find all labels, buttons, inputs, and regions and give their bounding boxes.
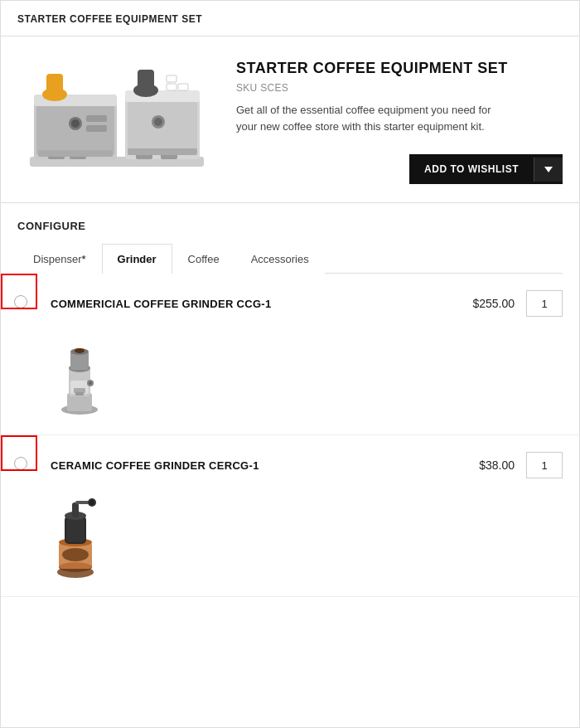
product-qty-cercg1[interactable]: [526, 452, 563, 478]
product-price-cercg1: $38.00: [479, 459, 515, 472]
page-wrapper: STARTER COFFEE EQUIPMENT SET: [1, 1, 579, 597]
product-content-cercg1: CERAMIC COFFEE GRINDER CERCG-1 $38.00: [42, 452, 563, 580]
hero-sku: SKU SCES: [236, 82, 563, 94]
hero-actions: ADD TO WISHLIST: [236, 154, 563, 184]
commercial-grinder-svg: [51, 335, 109, 418]
hero-description: Get all of the essential coffee equipmen…: [236, 102, 501, 134]
tab-dispenser[interactable]: Dispenser*: [17, 244, 102, 274]
svg-rect-23: [167, 84, 176, 90]
svg-point-22: [154, 118, 162, 126]
product-image-cercg1: [51, 488, 133, 580]
product-name-ccg1: COMMERICIAL COFFEE GRINDER CCG-1: [51, 298, 271, 310]
svg-rect-17: [128, 148, 197, 155]
product-radio-ccg1[interactable]: [14, 295, 27, 308]
hero-section: STARTER COFFEE EQUIPMENT SET SKU SCES Ge…: [1, 36, 579, 203]
configure-section: CONFIGURE Dispenser* Grinder Coffee Acce…: [1, 203, 579, 274]
tab-grinder[interactable]: Grinder: [102, 244, 172, 274]
product-image-ccg1: [51, 327, 133, 418]
hero-product-image: [17, 53, 216, 186]
tab-dispenser-asterisk: *: [82, 253, 86, 265]
svg-point-10: [71, 119, 80, 128]
page-header-title: STARTER COFFEE EQUIPMENT SET: [17, 13, 202, 25]
svg-point-33: [75, 348, 85, 353]
product-list: COMMERICIAL COFFEE GRINDER CCG-1 $255.00: [1, 274, 579, 597]
chevron-down-icon: [544, 167, 553, 172]
product-radio-cercg1[interactable]: [14, 457, 27, 470]
tab-accessories[interactable]: Accessories: [235, 244, 325, 274]
product-price-qty-cercg1: $38.00: [479, 452, 563, 478]
product-qty-ccg1[interactable]: [526, 290, 563, 317]
product-price-ccg1: $255.00: [472, 297, 515, 310]
svg-point-37: [89, 381, 92, 385]
configure-label: CONFIGURE: [17, 220, 563, 232]
svg-rect-24: [178, 84, 188, 90]
select-col-2: [1, 452, 42, 470]
svg-point-42: [62, 548, 89, 561]
page-header: STARTER COFFEE EQUIPMENT SET: [1, 1, 579, 36]
product-title-row-ccg1: COMMERICIAL COFFEE GRINDER CCG-1 $255.00: [51, 290, 563, 317]
svg-rect-14: [128, 101, 197, 155]
product-title-row-cercg1: CERAMIC COFFEE GRINDER CERCG-1 $38.00: [51, 452, 563, 478]
product-row: COMMERICIAL COFFEE GRINDER CCG-1 $255.00: [1, 274, 579, 435]
hero-info: STARTER COFFEE EQUIPMENT SET SKU SCES Ge…: [236, 53, 563, 184]
svg-rect-12: [86, 125, 107, 132]
add-to-wishlist-label: ADD TO WISHLIST: [409, 154, 534, 184]
ceramic-grinder-svg: [51, 493, 100, 580]
tab-coffee-label: Coffee: [188, 253, 220, 265]
svg-rect-44: [66, 517, 85, 542]
svg-rect-25: [167, 75, 176, 82]
svg-rect-5: [38, 150, 113, 157]
wishlist-dropdown-arrow[interactable]: [534, 158, 563, 182]
coffee-machine-svg: [22, 57, 212, 182]
tab-grinder-label: Grinder: [118, 253, 157, 265]
product-price-qty-ccg1: $255.00: [472, 290, 563, 317]
hero-product-title: STARTER COFFEE EQUIPMENT SET: [236, 60, 563, 77]
product-name-cercg1: CERAMIC COFFEE GRINDER CERCG-1: [51, 459, 259, 472]
select-col-1: [1, 290, 42, 308]
tabs-row: Dispenser* Grinder Coffee Accessories: [17, 244, 563, 274]
product-row-2: CERAMIC COFFEE GRINDER CERCG-1 $38.00: [1, 435, 579, 597]
svg-rect-20: [138, 70, 154, 93]
svg-rect-46: [72, 502, 79, 517]
tab-coffee[interactable]: Coffee: [172, 244, 235, 274]
product-content-ccg1: COMMERICIAL COFFEE GRINDER CCG-1 $255.00: [42, 290, 563, 418]
add-to-wishlist-button[interactable]: ADD TO WISHLIST: [409, 154, 563, 184]
tab-accessories-label: Accessories: [251, 253, 309, 265]
svg-point-49: [89, 500, 94, 505]
svg-rect-8: [46, 74, 63, 97]
svg-rect-35: [75, 392, 84, 396]
tab-dispenser-label: Dispenser: [33, 253, 82, 265]
svg-rect-11: [86, 115, 107, 122]
